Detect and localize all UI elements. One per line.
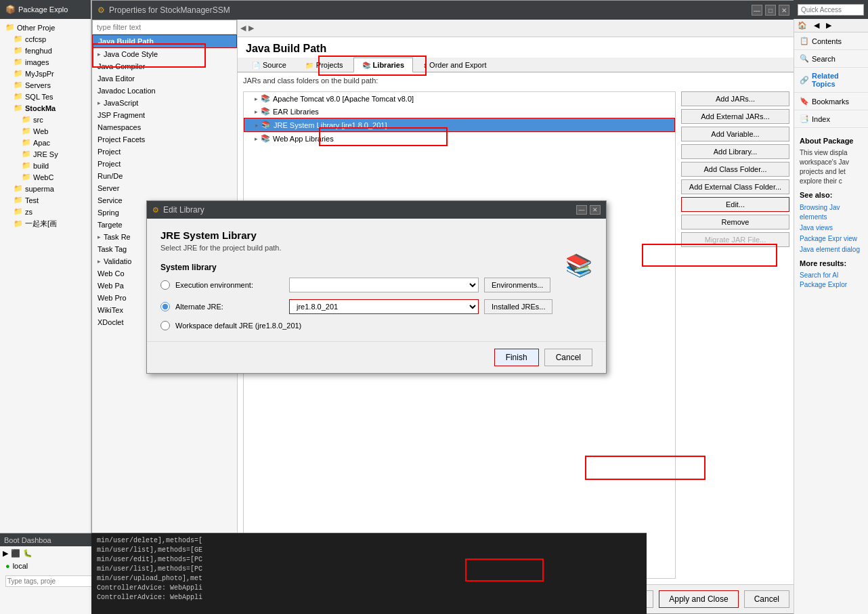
menu-item-label: Java Code Style [104,50,158,58]
sidebar-tree-item[interactable]: 📁SQL Tes [0,91,91,102]
jar-item[interactable]: ▸📚EAR Libraries [244,105,675,118]
exec-env-select[interactable] [289,278,479,292]
menu-item-label: Project Facets [97,135,145,144]
sidebar-tree-item[interactable]: 📁MyJspPr [0,68,91,79]
props-menu-item[interactable]: Java Build Path [92,35,237,48]
props-menu-item[interactable]: Project [92,146,237,158]
jar-item-label: EAR Libraries [273,108,319,116]
sidebar-tree-item[interactable]: 📁images [0,56,91,68]
help-link[interactable]: Java views [800,223,863,233]
installed-jres-button[interactable]: Installed JREs... [484,299,552,314]
filter-text-input[interactable] [92,20,237,35]
props-menu-item[interactable]: Project [92,158,237,170]
forward-btn[interactable]: ▶ [248,24,254,32]
tab-order-and-export[interactable]: ↕Order and Export [414,58,495,72]
props-menu-item[interactable]: Server [92,182,237,194]
action-btn-add-external-jars-[interactable]: Add External JARs... [681,109,789,124]
action-btn-add-library-[interactable]: Add Library... [681,144,789,159]
action-btn-add-class-folder-[interactable]: Add Class Folder... [681,162,789,177]
jars-label: JARs and class folders on the build path… [238,72,795,86]
action-btn-migrate-jar-file-[interactable]: Migrate JAR File... [681,232,789,247]
props-menu-item[interactable]: Javadoc Location [92,85,237,97]
sidebar-tree-item[interactable]: 📁zs [0,206,91,217]
boot-stop-btn[interactable]: ⬛ [11,549,20,558]
tab-projects[interactable]: 📁Projects [297,58,352,72]
folder-icon: 📁 [14,46,23,55]
help-link[interactable]: Browsing Jav elements [800,203,863,222]
props-menu-item[interactable]: Java Editor [92,72,237,85]
cancel-button[interactable]: Cancel [744,590,789,608]
folder-icon: 📁 [5,23,15,32]
help-home-icon[interactable]: 🏠 [794,19,810,32]
help-link[interactable]: Java element dialog [800,245,863,255]
sidebar-tree-item[interactable]: 📁JRE Sy [0,148,91,160]
back-btn[interactable]: ◀ [240,24,246,32]
props-menu-item[interactable]: Java Compiler [92,60,237,72]
sidebar-tree-item[interactable]: 📁build [0,160,91,171]
alt-jre-radio[interactable] [160,302,170,311]
help-link[interactable]: Package Expr view [800,234,863,244]
help-nav-index[interactable]: 📑 Index [794,110,868,128]
action-btn-edit-[interactable]: Edit... [681,197,789,212]
folder-icon: 📁 [14,196,23,204]
exec-env-radio[interactable] [160,280,170,290]
maximize-button[interactable]: □ [765,5,776,16]
help-forward-icon[interactable]: ▶ [823,19,835,32]
workspace-jre-radio[interactable] [160,321,170,330]
tab-icon: 📁 [305,62,313,69]
sidebar-tree-item[interactable]: 📁Test [0,194,91,206]
jar-item[interactable]: ▸📚Web App Libraries [244,132,675,145]
props-menu-item[interactable]: Java Code Style [92,48,237,60]
jar-item[interactable]: ▸📚Apache Tomcat v8.0 [Apache Tomcat v8.0… [244,92,675,105]
apply-close-button[interactable]: Apply and Close [659,590,738,608]
bookmarks-label: Bookmarks [812,97,849,106]
menu-item-label: Project [97,148,121,156]
sidebar-tree-item[interactable]: 📁ccfcsp [0,33,91,45]
dialog-cancel-button[interactable]: Cancel [544,349,592,366]
boot-debug-btn[interactable]: 🐛 [23,549,32,558]
help-nav-contents[interactable]: 📋 Contents [794,32,868,50]
sidebar-tree-item[interactable]: 📁Apac [0,137,91,148]
sidebar-tree-item[interactable]: 📁fenghud [0,45,91,56]
sidebar-tree-item[interactable]: 📁WebC [0,171,91,183]
help-back-icon[interactable]: ◀ [810,19,823,32]
help-nav-bookmarks[interactable]: 🔖 Bookmarks [794,93,868,110]
action-btn-add-external-class-folder-[interactable]: Add External Class Folder... [681,179,789,194]
props-menu-item[interactable]: Namespaces [92,121,237,133]
minimize-button[interactable]: — [752,5,762,16]
props-menu-item[interactable]: JSP Fragment [92,109,237,121]
books-icon: 📚 [565,253,592,278]
sidebar-tree-item[interactable]: 📁Other Proje [0,22,91,33]
props-menu-item[interactable]: Project Facets [92,133,237,146]
help-nav-related[interactable]: 🔗 Related Topics [794,68,868,93]
help-nav-search[interactable]: 🔍 Search [794,50,868,68]
contents-label: Contents [812,37,842,45]
close-button[interactable]: ✕ [779,5,789,16]
sidebar-tree-item[interactable]: 📁superma [0,183,91,194]
sidebar-tree-item[interactable]: 📁一起来[画 [0,217,91,230]
action-btn-add-jars-[interactable]: Add JARs... [681,91,789,106]
sidebar-tree-item[interactable]: 📁src [0,114,91,125]
props-menu-item[interactable]: Run/De [92,170,237,182]
sidebar-tree-item[interactable]: 📁Web [0,125,91,137]
environments-button[interactable]: Environments... [484,278,550,292]
quick-access-input[interactable] [798,4,864,16]
menu-item-label: Namespaces [97,123,141,131]
boot-play-btn[interactable]: ▶ [3,549,8,558]
sidebar-tree-item[interactable]: 📁Servers [0,79,91,91]
action-btn-remove[interactable]: Remove [681,215,789,229]
props-menu-item[interactable]: JavaScript [92,97,237,109]
action-btn-add-variable-[interactable]: Add Variable... [681,127,789,141]
sidebar-header: 📦 Package Explo [0,0,91,19]
dialog-body: JRE System Library Select JRE for the pr… [147,219,606,341]
tab-source[interactable]: 📄Source [243,58,295,72]
more-link[interactable]: Search for Al Package Explor [800,271,863,290]
alt-jre-select[interactable]: jre1.8.0_201 [289,299,479,314]
jar-item[interactable]: ▸📚JRE System Library [jre1.8.0_201] [244,118,675,132]
console-line: min/user/edit],methods=[PC [97,555,641,565]
tab-libraries[interactable]: 📚Libraries [353,58,413,72]
sidebar-tree-item[interactable]: 📁StockMa [0,102,91,114]
dialog-close[interactable]: ✕ [590,205,601,215]
finish-button[interactable]: Finish [494,349,539,366]
dialog-minimize[interactable]: — [576,205,587,215]
